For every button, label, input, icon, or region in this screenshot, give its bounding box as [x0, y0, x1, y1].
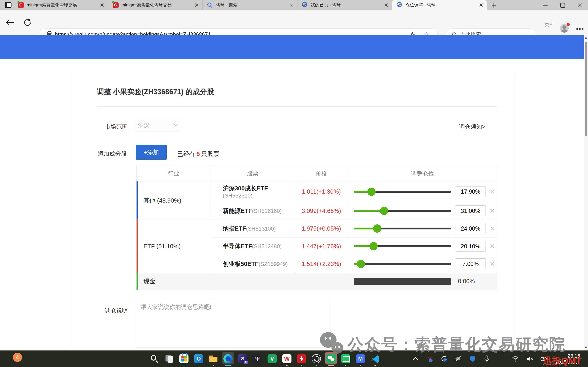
stock-code: (SH562310): [223, 192, 252, 199]
tab-close-icon[interactable]: [289, 2, 294, 8]
qmt-watermark-title: 迅投QMT: [543, 355, 581, 367]
new-tab-button[interactable]: [490, 1, 498, 9]
tab-qmt-2[interactable]: G miniqmt索普量化雪球交易: [108, 0, 203, 10]
stock-cell[interactable]: 创业板50ETF(SZ159949): [211, 255, 295, 273]
edge-button[interactable]: [221, 350, 235, 367]
weight-slider[interactable]: [354, 242, 451, 251]
add-stock-button[interactable]: +添加: [136, 145, 167, 160]
refresh-button[interactable]: [23, 18, 32, 27]
close-window-button[interactable]: [571, 0, 588, 10]
tab-title: 我的首页 - 雪球: [311, 2, 384, 8]
flash-app-button[interactable]: [294, 350, 309, 367]
scroll-down-icon[interactable]: [585, 347, 587, 349]
start-button[interactable]: [132, 350, 147, 367]
browser-tab-bar: G miniqmt索普量化雪球交易 G miniqmt索普量化雪球交易 雪球 -…: [0, 0, 588, 10]
remove-stock-icon[interactable]: [490, 261, 495, 267]
weight-slider[interactable]: [354, 206, 451, 216]
task-view-button[interactable]: [162, 350, 177, 367]
col-header-stock: 股票: [211, 166, 295, 181]
weight-slider[interactable]: [354, 187, 451, 196]
stock-cell[interactable]: 半导体ETF(SH512480): [211, 237, 295, 255]
col-header-price: 价格: [295, 166, 348, 181]
v-app-icon: V: [268, 354, 277, 363]
outlook-button[interactable]: O: [191, 350, 206, 367]
qmt-watermark: 迅投QMT xuntou.net: [543, 355, 581, 367]
cash-weight-value: 0.00%: [458, 278, 475, 285]
rebalance-notice-link[interactable]: 调仓须知>: [459, 123, 486, 130]
remove-stock-icon[interactable]: [490, 226, 495, 231]
weight-input[interactable]: [456, 205, 486, 216]
ai-app-button[interactable]: SAI: [235, 350, 250, 367]
remove-stock-icon[interactable]: [490, 243, 495, 249]
slider-handle[interactable]: [380, 207, 388, 215]
taskbar-search-button[interactable]: [147, 350, 162, 367]
avatar-notification-dot: [567, 23, 570, 26]
tab-title: miniqmt索普量化雪球交易: [121, 2, 194, 8]
cash-bar: [354, 278, 451, 285]
weight-input[interactable]: [456, 258, 486, 269]
tab-position-adjust-active[interactable]: 仓位调整 - 雪球: [392, 0, 487, 10]
tab-close-icon[interactable]: [478, 2, 484, 8]
page-content: 调整 小果实验(ZH3368671) 的成分股 市场范围 沪深 调仓须知> 添加…: [0, 59, 588, 350]
microsoft-store-button[interactable]: [177, 350, 191, 367]
game-app-button[interactable]: Ψ: [250, 350, 265, 367]
stock-name: 新能源ETF: [223, 207, 252, 214]
search-favicon-icon: [207, 2, 213, 8]
xueqiu-favicon-icon: [397, 2, 403, 8]
tab-list-icon[interactable]: [5, 2, 11, 8]
stock-code: (SH512480): [252, 243, 281, 250]
weight-input[interactable]: [456, 186, 486, 197]
green-v-app-button[interactable]: V: [265, 350, 280, 367]
tab-close-icon[interactable]: [100, 2, 105, 8]
stock-cell[interactable]: 沪深300成长ETF (SH562310): [211, 181, 295, 202]
back-button[interactable]: [6, 18, 15, 27]
stock-cell[interactable]: 新能源ETF(SH516160): [211, 202, 295, 220]
industry-group-etf: ETF (51.10%): [136, 220, 211, 273]
stock-cell[interactable]: 纳指ETF(SH513100): [211, 220, 295, 237]
wps-button[interactable]: W: [280, 350, 294, 367]
folder-icon: [209, 354, 218, 363]
maximize-button[interactable]: [554, 0, 571, 10]
tab-close-icon[interactable]: [384, 2, 389, 8]
scrollbar-thumb[interactable]: [585, 42, 587, 136]
tab-title: 仓位调整 - 雪球: [406, 2, 478, 8]
stock-name: 沪深300成长ETF: [223, 184, 268, 192]
browser-menu-icon[interactable]: •••: [576, 25, 584, 33]
weight-input[interactable]: [456, 223, 486, 234]
stock-code: (SZ159949): [259, 261, 288, 267]
tab-xueqiu-search[interactable]: 雪球 - 搜索: [203, 0, 298, 10]
holdings-card: 调整 小果实验(ZH3368671) 的成分股 市场范围 沪深 调仓须知> 添加…: [71, 74, 514, 347]
tab-qmt-1[interactable]: G miniqmt索普量化雪球交易: [13, 0, 108, 10]
price-cell: 1.514(+2.23%): [295, 255, 348, 273]
page-scrollbar[interactable]: [584, 35, 588, 350]
tab-xueqiu-home[interactable]: 我的首页 - 雪球: [298, 0, 392, 10]
tab-close-icon[interactable]: [194, 2, 199, 8]
active-app-indicator: [328, 365, 334, 366]
cash-position-cell: 0.00%: [348, 273, 497, 290]
price-cell: 1.011(+1.30%): [295, 181, 348, 202]
slider-handle[interactable]: [357, 260, 365, 268]
rebalance-note-textarea[interactable]: [136, 299, 329, 348]
remove-stock-icon[interactable]: [490, 189, 495, 194]
stock-count-text: 已经有5只股票: [177, 150, 219, 158]
minimize-button[interactable]: [537, 0, 554, 10]
file-explorer-button[interactable]: [206, 350, 221, 367]
weight-input[interactable]: [456, 241, 486, 252]
weight-slider[interactable]: [354, 224, 451, 233]
scroll-up-icon[interactable]: [585, 37, 587, 39]
tab-title: 雪球 - 搜索: [216, 2, 289, 8]
slider-handle[interactable]: [369, 242, 378, 250]
weight-slider[interactable]: [354, 259, 451, 268]
favorites-list-icon[interactable]: ☆≡: [544, 20, 552, 28]
slider-handle[interactable]: [367, 188, 375, 196]
col-header-position: 调整仓位: [348, 166, 497, 181]
xueqiu-favicon-icon: [302, 2, 308, 8]
active-app-indicator: [225, 365, 231, 366]
qmt-favicon-icon: G: [18, 2, 24, 8]
market-scope-select[interactable]: 沪深: [134, 119, 182, 132]
notification-badge[interactable]: 4: [13, 353, 22, 362]
wechat-watermark: 公众号：索普量化交易研究院: [320, 332, 566, 357]
xueqiu-header: 雪球™ ↩ 首页 搜索 下载App: [0, 35, 588, 59]
remove-stock-icon[interactable]: [490, 208, 495, 214]
slider-handle[interactable]: [373, 224, 381, 233]
